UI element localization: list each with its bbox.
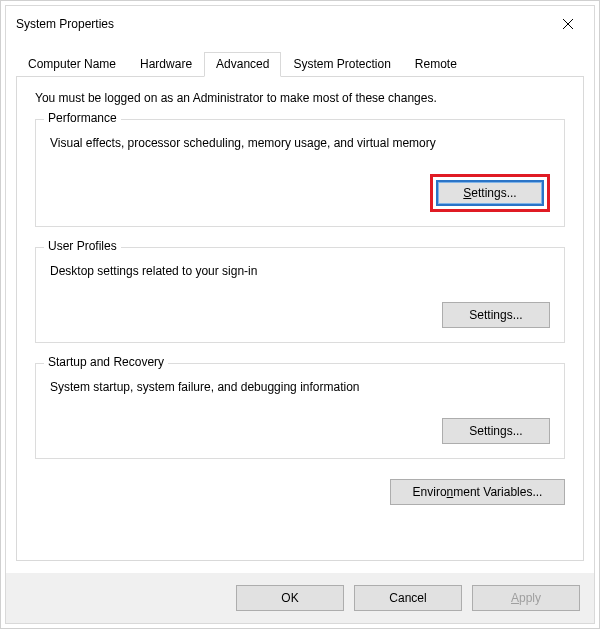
tab-computer-name[interactable]: Computer Name xyxy=(16,52,128,76)
tab-advanced[interactable]: Advanced xyxy=(204,52,281,77)
user-profiles-settings-button[interactable]: Settings... xyxy=(442,302,550,328)
window-title: System Properties xyxy=(16,17,548,31)
env-prefix: Enviro xyxy=(413,485,447,499)
group-startup-recovery-legend: Startup and Recovery xyxy=(44,355,168,369)
group-performance-desc: Visual effects, processor scheduling, me… xyxy=(50,136,550,150)
group-user-profiles-legend: User Profiles xyxy=(44,239,121,253)
title-bar: System Properties xyxy=(6,6,594,42)
tab-hardware[interactable]: Hardware xyxy=(128,52,204,76)
group-performance-legend: Performance xyxy=(44,111,121,125)
group-startup-recovery: Startup and Recovery System startup, sys… xyxy=(35,363,565,459)
cancel-button[interactable]: Cancel xyxy=(354,585,462,611)
group-startup-recovery-desc: System startup, system failure, and debu… xyxy=(50,380,550,394)
apply-button[interactable]: Apply xyxy=(472,585,580,611)
apply-rest: pply xyxy=(519,591,541,605)
dialog-button-bar: OK Cancel Apply xyxy=(6,573,594,623)
performance-settings-rest: ettings... xyxy=(471,186,516,200)
outer-frame: System Properties Computer Name Hardware… xyxy=(0,0,600,629)
ok-button[interactable]: OK xyxy=(236,585,344,611)
group-performance: Performance Visual effects, processor sc… xyxy=(35,119,565,227)
env-suffix: ment Variables... xyxy=(453,485,542,499)
intro-text: You must be logged on as an Administrato… xyxy=(35,91,565,105)
tab-system-protection[interactable]: System Protection xyxy=(281,52,402,76)
highlight-box: Settings... xyxy=(430,174,550,212)
group-user-profiles: User Profiles Desktop settings related t… xyxy=(35,247,565,343)
group-user-profiles-desc: Desktop settings related to your sign-in xyxy=(50,264,550,278)
tab-strip: Computer Name Hardware Advanced System P… xyxy=(6,42,594,76)
close-button[interactable] xyxy=(548,10,588,38)
startup-recovery-settings-button[interactable]: Settings... xyxy=(442,418,550,444)
dialog-window: System Properties Computer Name Hardware… xyxy=(5,5,595,624)
environment-variables-button[interactable]: Environment Variables... xyxy=(390,479,565,505)
close-icon xyxy=(562,18,574,30)
tab-panel-advanced: You must be logged on as an Administrato… xyxy=(16,76,584,561)
performance-settings-button[interactable]: Settings... xyxy=(436,180,544,206)
tab-remote[interactable]: Remote xyxy=(403,52,469,76)
apply-accel: A xyxy=(511,591,519,605)
